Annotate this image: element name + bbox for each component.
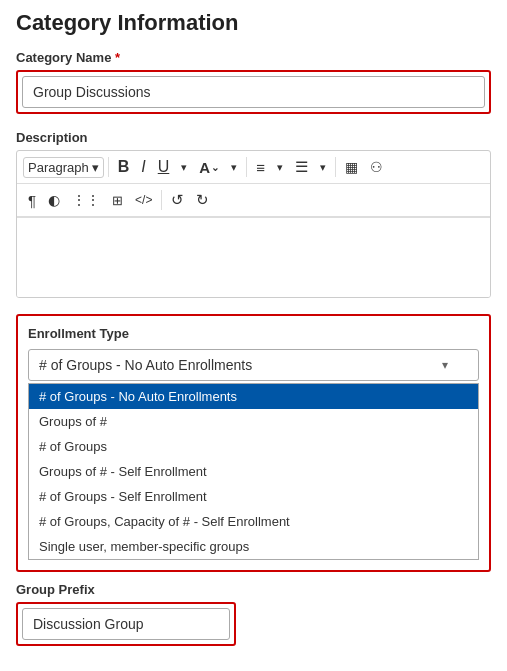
undo-button[interactable]: ↺ — [166, 188, 189, 212]
align-button[interactable]: ≡ — [251, 156, 270, 179]
table-button[interactable]: ▦ — [340, 156, 363, 178]
toolbar-divider-2 — [246, 157, 247, 177]
dropdown-item-groups-self[interactable]: Groups of # - Self Enrollment — [29, 459, 478, 484]
font-color-button[interactable]: A⌄ — [194, 156, 224, 179]
editor-toolbar: Paragraph B I U ▾ A⌄ ▾ ≡ ▾ ☰ ▾ ▦ ⚇ ¶ ◐ ⋮… — [16, 150, 491, 298]
enrollment-type-section: Enrollment Type # of Groups - No Auto En… — [16, 314, 491, 572]
enrollment-dropdown-list: # of Groups - No Auto Enrollments Groups… — [28, 383, 479, 560]
enrollment-select-wrapper: # of Groups - No Auto Enrollments ▾ # of… — [28, 349, 479, 560]
group-prefix-label: Group Prefix — [16, 582, 491, 597]
dropdown-item-num-groups[interactable]: # of Groups — [29, 434, 478, 459]
highlight-button[interactable]: ◐ — [43, 189, 65, 211]
code-button[interactable]: </> — [130, 190, 157, 210]
align-chevron-icon[interactable]: ▾ — [272, 158, 288, 177]
list-button[interactable]: ☰ — [290, 155, 313, 179]
dropdown-item-capacity-self[interactable]: # of Groups, Capacity of # - Self Enroll… — [29, 509, 478, 534]
dropdown-item-single-user[interactable]: Single user, member-specific groups — [29, 534, 478, 559]
dropdown-item-num-self[interactable]: # of Groups - Self Enrollment — [29, 484, 478, 509]
editor-content-area[interactable] — [17, 217, 490, 297]
bold-button[interactable]: B — [113, 155, 135, 179]
source-button[interactable]: ⊞ — [107, 190, 128, 211]
dropdown-item-no-auto[interactable]: # of Groups - No Auto Enrollments — [29, 384, 478, 409]
redo-button[interactable]: ↻ — [191, 188, 214, 212]
enrollment-select-arrow-icon: ▾ — [442, 358, 448, 372]
paragraph-chevron-icon — [92, 160, 99, 175]
toolbar-divider-1 — [108, 157, 109, 177]
required-marker: * — [115, 50, 120, 65]
text-dir-button[interactable]: ¶ — [23, 189, 41, 212]
description-label: Description — [16, 130, 491, 145]
enrollment-selected-value: # of Groups - No Auto Enrollments — [39, 357, 252, 373]
toolbar-divider-3 — [335, 157, 336, 177]
group-prefix-section: Group Prefix — [16, 582, 491, 646]
page-title: Category Information — [16, 10, 491, 36]
enrollment-type-label: Enrollment Type — [28, 326, 479, 341]
category-name-highlight-box — [16, 70, 491, 114]
dropdown-item-groups-of[interactable]: Groups of # — [29, 409, 478, 434]
toolbar-row-1: Paragraph B I U ▾ A⌄ ▾ ≡ ▾ ☰ ▾ ▦ ⚇ — [17, 151, 490, 184]
group-prefix-highlight-box — [16, 602, 236, 646]
enrollment-select-display[interactable]: # of Groups - No Auto Enrollments ▾ — [28, 349, 479, 381]
underline-button[interactable]: U — [153, 155, 175, 179]
toolbar-row-2: ¶ ◐ ⋮⋮ ⊞ </> ↺ ↻ — [17, 184, 490, 217]
list-chevron-icon[interactable]: ▾ — [315, 158, 331, 177]
underline-chevron-icon[interactable]: ▾ — [176, 158, 192, 177]
paragraph-select[interactable]: Paragraph — [23, 157, 104, 178]
category-name-section: Category Name * — [16, 50, 491, 114]
indent-button[interactable]: ⋮⋮ — [67, 189, 105, 211]
category-name-input[interactable] — [22, 76, 485, 108]
group-prefix-input[interactable] — [22, 608, 230, 640]
description-section: Description Paragraph B I U ▾ A⌄ ▾ ≡ ▾ ☰… — [16, 130, 491, 298]
link-button[interactable]: ⚇ — [365, 156, 388, 178]
category-name-label: Category Name * — [16, 50, 491, 65]
font-color-chevron-icon[interactable]: ▾ — [226, 158, 242, 177]
italic-button[interactable]: I — [136, 155, 150, 179]
toolbar-divider-4 — [161, 190, 162, 210]
